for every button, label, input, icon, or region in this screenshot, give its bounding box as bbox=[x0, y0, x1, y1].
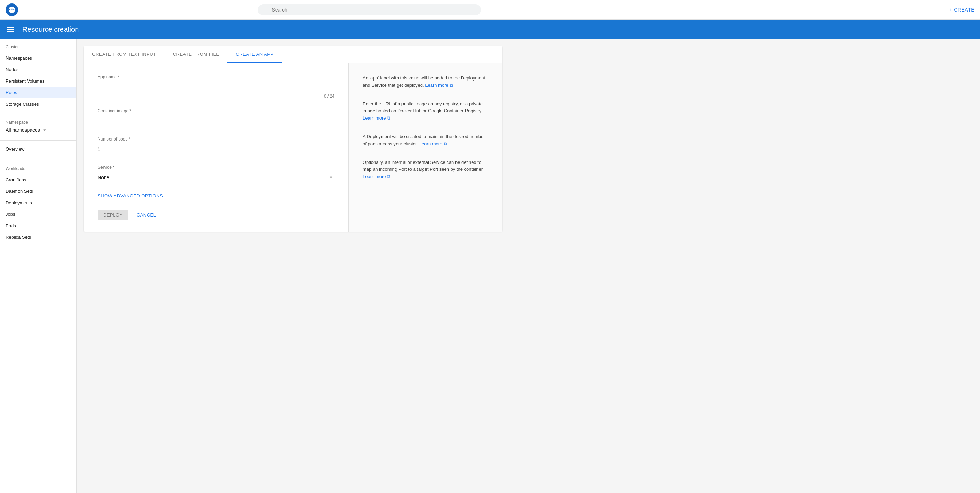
service-field: Service * None Internal External bbox=[98, 165, 334, 183]
sidebar-divider-2 bbox=[0, 140, 76, 140]
num-pods-field: Number of pods * bbox=[98, 137, 334, 155]
service-select[interactable]: None Internal External bbox=[98, 172, 334, 183]
form-body: App name * 0 / 24 Container image * Numb… bbox=[84, 64, 502, 232]
num-pods-input[interactable] bbox=[98, 144, 334, 155]
info-block-num-pods: A Deployment will be created to maintain… bbox=[363, 133, 488, 148]
info-block-container-image: Enter the URL of a public image on any r… bbox=[363, 100, 488, 122]
container-image-input[interactable] bbox=[98, 115, 334, 127]
sidebar-item-persistent-volumes[interactable]: Persistent Volumes bbox=[0, 75, 76, 87]
info-block-app-name: An 'app' label with this value will be a… bbox=[363, 75, 488, 89]
sidebar-item-storage-classes[interactable]: Storage Classes bbox=[0, 98, 76, 110]
create-top-button[interactable]: + CREATE bbox=[949, 7, 974, 13]
sidebar-item-jobs[interactable]: Jobs bbox=[0, 208, 76, 220]
cluster-section-label: Cluster bbox=[0, 39, 76, 52]
sidebar-item-daemon-sets[interactable]: Daemon Sets bbox=[0, 186, 76, 197]
learn-more-container-image-link[interactable]: Learn more ⧉ bbox=[363, 115, 390, 121]
sidebar-item-pods[interactable]: Pods bbox=[0, 220, 76, 232]
tab-create-from-file[interactable]: CREATE FROM FILE bbox=[165, 46, 228, 63]
tab-create-an-app[interactable]: CREATE AN APP bbox=[228, 46, 282, 63]
sidebar-item-nodes[interactable]: Nodes bbox=[0, 64, 76, 75]
form-right: An 'app' label with this value will be a… bbox=[349, 64, 502, 232]
workloads-section-label: Workloads bbox=[0, 161, 76, 174]
namespace-value: All namespaces bbox=[6, 127, 40, 133]
search-wrapper bbox=[258, 4, 481, 15]
show-advanced-button[interactable]: SHOW ADVANCED OPTIONS bbox=[98, 193, 163, 199]
app-name-input[interactable] bbox=[98, 81, 334, 93]
sidebar-divider-1 bbox=[0, 113, 76, 113]
learn-more-num-pods-link[interactable]: Learn more ⧉ bbox=[419, 141, 447, 146]
tabs: CREATE FROM TEXT INPUT CREATE FROM FILE … bbox=[84, 46, 502, 64]
sidebar-item-namespaces[interactable]: Namespaces bbox=[0, 52, 76, 64]
chevron-down-icon bbox=[41, 127, 48, 133]
topbar-right: + CREATE bbox=[949, 7, 974, 13]
sidebar: Cluster Namespaces Nodes Persistent Volu… bbox=[0, 39, 77, 493]
service-select-wrapper: None Internal External bbox=[98, 172, 334, 183]
learn-more-app-name-link[interactable]: Learn more ⧉ bbox=[425, 83, 453, 88]
container-image-label: Container image * bbox=[98, 108, 334, 113]
cancel-button[interactable]: CANCEL bbox=[131, 210, 162, 220]
num-pods-label: Number of pods * bbox=[98, 137, 334, 142]
app-name-field: App name * 0 / 24 bbox=[98, 75, 334, 99]
sidebar-divider-3 bbox=[0, 157, 76, 158]
app-logo bbox=[6, 3, 18, 16]
info-text-container-image: Enter the URL of a public image on any r… bbox=[363, 100, 488, 122]
menu-icon[interactable] bbox=[7, 27, 14, 32]
namespace-label: Namespace bbox=[6, 120, 71, 125]
layout: Cluster Namespaces Nodes Persistent Volu… bbox=[0, 39, 980, 493]
sidebar-item-overview[interactable]: Overview bbox=[0, 143, 76, 155]
topbar: + CREATE bbox=[0, 0, 980, 19]
search-input[interactable] bbox=[258, 4, 481, 15]
page-title: Resource creation bbox=[22, 25, 79, 33]
action-row: DEPLOY CANCEL bbox=[98, 210, 334, 220]
info-text-app-name: An 'app' label with this value will be a… bbox=[363, 75, 488, 89]
form-left: App name * 0 / 24 Container image * Numb… bbox=[84, 64, 349, 232]
deploy-button[interactable]: DEPLOY bbox=[98, 210, 128, 220]
learn-more-service-link[interactable]: Learn more ⧉ bbox=[363, 174, 390, 179]
namespace-section: Namespace All namespaces bbox=[0, 116, 76, 137]
namespace-select[interactable]: All namespaces bbox=[6, 127, 71, 133]
app-name-label: App name * bbox=[98, 75, 334, 80]
header-bar: Resource creation bbox=[0, 19, 980, 39]
info-text-service: Optionally, an internal or external Serv… bbox=[363, 159, 488, 181]
service-label: Service * bbox=[98, 165, 334, 170]
info-text-num-pods: A Deployment will be created to maintain… bbox=[363, 133, 488, 148]
sidebar-item-replica-sets[interactable]: Replica Sets bbox=[0, 232, 76, 243]
resource-creation-card: CREATE FROM TEXT INPUT CREATE FROM FILE … bbox=[84, 46, 502, 232]
sidebar-item-deployments[interactable]: Deployments bbox=[0, 197, 76, 208]
app-name-char-count: 0 / 24 bbox=[98, 94, 334, 99]
sidebar-item-cron-jobs[interactable]: Cron Jobs bbox=[0, 174, 76, 186]
container-image-field: Container image * bbox=[98, 108, 334, 127]
tab-create-from-text[interactable]: CREATE FROM TEXT INPUT bbox=[84, 46, 165, 63]
info-block-service: Optionally, an internal or external Serv… bbox=[363, 159, 488, 181]
main-content: CREATE FROM TEXT INPUT CREATE FROM FILE … bbox=[77, 39, 980, 493]
sidebar-item-roles[interactable]: Roles bbox=[0, 87, 76, 98]
